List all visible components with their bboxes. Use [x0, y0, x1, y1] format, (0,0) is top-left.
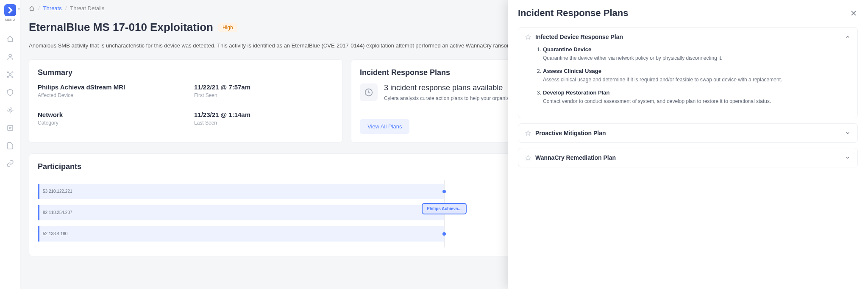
severity-badge: High	[218, 23, 237, 32]
chevron-down-icon	[845, 130, 851, 136]
chevron-up-icon	[845, 34, 851, 40]
nav-devices-icon[interactable]	[6, 71, 14, 78]
first-seen-value: 11/22/21 @ 7:57am	[194, 83, 334, 91]
plan-step: Assess Clinical Usage Assess clinical us…	[543, 68, 851, 83]
plan-step: Develop Restoration Plan Contact vendor …	[543, 89, 851, 105]
chevron-down-icon	[845, 155, 851, 161]
menu-label: MENU	[5, 18, 15, 22]
breadcrumb-sep: /	[65, 5, 67, 11]
svg-point-6	[9, 109, 11, 111]
nav-settings-icon[interactable]	[6, 106, 14, 114]
breadcrumb-threats[interactable]: Threats	[43, 5, 62, 11]
svg-point-4	[7, 76, 8, 78]
affected-device-value: Philips Achieva dStream MRI	[38, 83, 177, 91]
last-seen-label: Last Seen	[194, 120, 334, 126]
brand-logo[interactable]	[4, 4, 16, 16]
nav-reports-icon[interactable]	[6, 124, 14, 132]
plan-header[interactable]: Infected Device Response Plan	[518, 28, 857, 46]
category-label: Category	[38, 120, 177, 126]
svg-rect-7	[8, 125, 13, 131]
plan-step: Quarantine Device Quarantine the device …	[543, 46, 851, 62]
irp-drawer: Incident Response Plans Infected Device …	[508, 0, 868, 289]
plan-title: Infected Device Response Plan	[535, 33, 840, 40]
svg-point-1	[9, 74, 11, 76]
star-icon[interactable]	[525, 34, 531, 40]
home-icon[interactable]	[29, 6, 35, 11]
plan-header[interactable]: WannaCry Remediation Plan	[518, 148, 857, 167]
breadcrumb-sep: /	[38, 5, 40, 11]
first-seen-label: First Seen	[194, 92, 334, 98]
clock-icon	[360, 83, 378, 101]
plan-title: Proactive Mitigation Plan	[535, 130, 840, 136]
drawer-title: Incident Response Plans	[518, 8, 628, 19]
svg-point-0	[9, 54, 11, 57]
star-icon[interactable]	[525, 155, 531, 161]
last-seen-value: 11/23/21 @ 1:14am	[194, 111, 334, 118]
plan-wannacry-remediation: WannaCry Remediation Plan	[518, 148, 858, 167]
plan-title: WannaCry Remediation Plan	[535, 154, 840, 161]
nav-shield-icon[interactable]	[6, 89, 14, 96]
plan-header[interactable]: Proactive Mitigation Plan	[518, 124, 857, 142]
close-icon[interactable]	[849, 9, 858, 17]
svg-point-3	[11, 72, 13, 73]
plan-proactive-mitigation: Proactive Mitigation Plan	[518, 123, 858, 143]
svg-point-2	[7, 72, 8, 73]
star-icon[interactable]	[525, 130, 531, 136]
breadcrumb-current: Threat Details	[70, 5, 104, 11]
flow-bar[interactable]: 82.118.254.237	[38, 205, 444, 220]
flow-bar[interactable]: 53.210.122.221	[38, 184, 444, 199]
plan-infected-device: Infected Device Response Plan Quarantine…	[518, 27, 858, 118]
summary-title: Summary	[38, 68, 334, 77]
flow-node-device[interactable]: Philips Achieva...	[422, 203, 467, 214]
svg-point-5	[11, 76, 13, 78]
summary-card: Summary Philips Achieva dStream MRI Affe…	[29, 59, 342, 143]
flow-bar[interactable]: 52.138.4.180	[38, 226, 444, 242]
page-title: EternalBlue MS 17-010 Exploitation	[29, 21, 213, 34]
nav-home-icon[interactable]	[6, 35, 14, 43]
view-all-plans-button[interactable]: View All Plans	[360, 119, 409, 134]
category-value: Network	[38, 111, 177, 118]
affected-device-label: Affected Device	[38, 92, 177, 98]
nav-user-icon[interactable]	[6, 53, 14, 61]
nav-file-icon[interactable]	[6, 142, 14, 150]
nav-link-icon[interactable]	[6, 160, 14, 167]
